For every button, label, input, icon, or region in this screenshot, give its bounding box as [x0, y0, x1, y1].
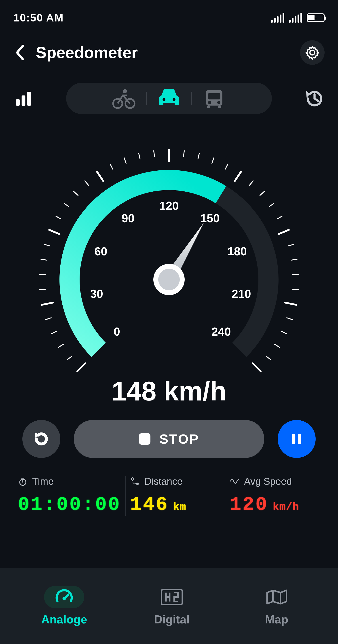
svg-line-24: [49, 230, 60, 234]
settings-button[interactable]: [300, 40, 324, 65]
svg-point-7: [172, 98, 176, 101]
svg-line-17: [51, 332, 56, 334]
stat-distance-label: Distance: [144, 476, 183, 487]
svg-line-47: [293, 274, 299, 274]
svg-line-23: [44, 244, 50, 246]
history-button[interactable]: [304, 88, 324, 108]
svg-line-37: [212, 158, 214, 163]
svg-line-54: [253, 363, 261, 371]
stat-time-label: Time: [32, 476, 54, 487]
bar-chart-icon: [14, 90, 32, 107]
refresh-icon: [31, 429, 52, 449]
status-bar: 10:50 AM 42: [0, 0, 338, 31]
svg-rect-59: [292, 434, 296, 444]
mode-bus-button[interactable]: [192, 83, 236, 114]
gauge-tick-label: 210: [232, 287, 251, 300]
stat-avg-label: Avg Speed: [244, 476, 292, 487]
svg-line-22: [41, 259, 47, 260]
svg-line-20: [40, 289, 46, 290]
nav-digital[interactable]: Digital: [152, 586, 192, 626]
svg-line-35: [184, 151, 184, 156]
status-right: 42: [271, 13, 324, 22]
chevron-left-icon: [16, 45, 24, 60]
stats-button[interactable]: [14, 88, 34, 108]
svg-line-31: [124, 158, 126, 163]
svg-point-5: [123, 89, 127, 93]
route-icon: [130, 476, 140, 486]
svg-line-52: [274, 344, 280, 347]
gauge-tick-label: 30: [90, 287, 103, 300]
svg-line-51: [282, 332, 287, 334]
map-icon: [266, 588, 288, 606]
svg-line-67: [64, 594, 68, 599]
svg-line-26: [64, 203, 69, 206]
stat-time-value: 01:00:00: [18, 494, 121, 516]
speed-value: 148: [112, 376, 156, 406]
nav-analoge[interactable]: Analoge: [41, 586, 87, 626]
svg-rect-12: [207, 106, 210, 108]
digital-display-icon: [161, 588, 183, 606]
back-button[interactable]: [14, 44, 27, 62]
svg-line-29: [97, 172, 103, 181]
stat-distance-unit: km: [173, 501, 186, 513]
svg-line-49: [285, 302, 296, 305]
nav-digital-label: Digital: [154, 613, 190, 626]
speedometer-gauge: 0306090120150180210240: [22, 136, 316, 374]
svg-line-32: [139, 154, 140, 159]
stat-time: Time 01:00:00: [14, 476, 126, 516]
svg-point-57: [158, 269, 180, 290]
svg-line-21: [39, 274, 45, 274]
stop-icon: [139, 433, 150, 445]
svg-point-10: [208, 101, 211, 104]
svg-rect-60: [298, 434, 301, 444]
svg-line-27: [74, 192, 78, 196]
battery-percent: 42: [308, 16, 324, 20]
stat-distance: Distance 146 km: [126, 476, 225, 516]
toolbar: [0, 69, 338, 118]
svg-line-40: [250, 181, 253, 185]
stop-button[interactable]: STOP: [74, 420, 264, 458]
bus-icon: [202, 86, 226, 111]
battery-icon: 42: [307, 14, 324, 22]
gauge-tick-label: 0: [114, 325, 120, 338]
nav-analoge-label: Analoge: [41, 613, 87, 626]
gauge-tick-label: 180: [227, 245, 247, 258]
wave-icon: [230, 476, 240, 486]
nav-map[interactable]: Map: [257, 586, 297, 626]
svg-line-16: [58, 344, 63, 347]
svg-point-6: [162, 98, 166, 101]
reset-button[interactable]: [22, 420, 60, 458]
nav-map-label: Map: [265, 613, 288, 626]
page-title: Speedometer: [36, 44, 291, 62]
gauge-tick-label: 240: [212, 325, 231, 338]
stat-avg-speed: Avg Speed 120 km/h: [225, 476, 324, 516]
svg-line-43: [277, 216, 282, 219]
svg-rect-9: [208, 93, 220, 100]
svg-line-14: [77, 363, 85, 371]
mode-bike-button[interactable]: [102, 83, 146, 114]
header: Speedometer: [0, 31, 338, 69]
svg-line-44: [278, 230, 289, 234]
svg-rect-2: [27, 92, 31, 106]
speed-unit: km/h: [164, 376, 226, 406]
svg-line-41: [260, 192, 264, 196]
mode-car-button[interactable]: [147, 83, 191, 114]
svg-line-50: [287, 318, 292, 320]
svg-rect-1: [22, 96, 26, 106]
svg-rect-13: [218, 106, 221, 108]
svg-line-36: [198, 154, 199, 159]
svg-line-42: [269, 203, 274, 206]
stop-label: STOP: [160, 431, 199, 447]
bike-icon: [112, 86, 136, 111]
svg-line-18: [46, 318, 51, 320]
stat-avg-unit: km/h: [273, 501, 299, 513]
bottom-nav: Analoge Digital Map: [0, 568, 338, 644]
svg-line-25: [56, 216, 61, 219]
gear-icon: [305, 46, 320, 60]
gauge-icon: [54, 587, 74, 607]
vehicle-mode-selector: [66, 83, 272, 114]
svg-line-19: [42, 302, 53, 305]
pause-button[interactable]: [278, 420, 316, 458]
svg-rect-68: [162, 590, 182, 605]
speed-readout: 148 km/h: [0, 376, 338, 406]
